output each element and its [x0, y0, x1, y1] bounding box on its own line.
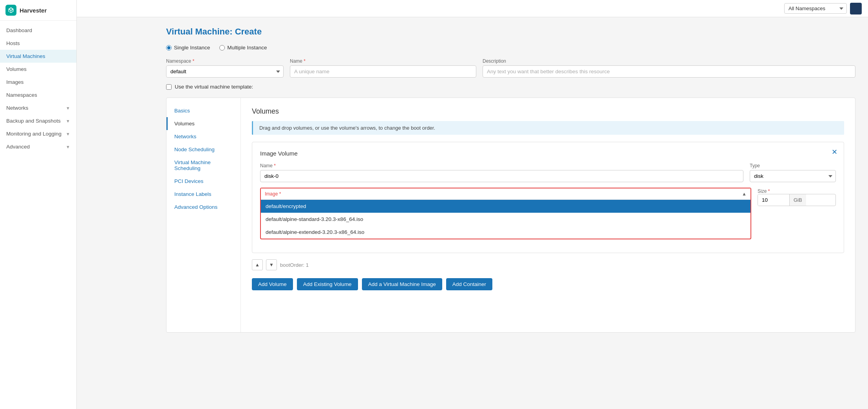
close-volume-button[interactable]: ✕: [832, 148, 837, 156]
content-area: Basics Volumes Networks Node Scheduling …: [166, 98, 855, 333]
action-buttons: Add Volume Add Existing Volume Add a Vir…: [252, 278, 844, 290]
size-label: Size *: [758, 188, 770, 194]
image-option-alpine-standard[interactable]: default/alpine-standard-3.20.3-x86_64.is…: [261, 213, 750, 226]
image-size-row: Image * ▲ default/encrypted default/alpi…: [260, 188, 836, 245]
vol-name-field: Name *: [260, 163, 743, 182]
boot-order-row: ▲ ▼ bootOrder: 1: [252, 259, 844, 270]
template-label: Use the virtual machine template:: [175, 84, 253, 90]
main-content: Virtual Machine: Create Single Instance …: [154, 17, 868, 409]
multiple-instance-label: Multiple Instance: [227, 45, 267, 51]
sidebar-item-label: Networks: [6, 105, 28, 111]
nav-item-instance-labels[interactable]: Instance Labels: [166, 188, 241, 201]
add-volume-button[interactable]: Add Volume: [252, 278, 293, 290]
image-req-label: Image *: [265, 191, 281, 197]
vol-name-type-row: Name * Type disk cd-rom: [260, 163, 836, 182]
template-checkbox[interactable]: [166, 84, 172, 90]
namespace-field: Namespace * default: [166, 58, 284, 78]
info-banner: Drag and drop volumes, or use the volume…: [252, 121, 844, 135]
vol-name-label: Name *: [260, 163, 743, 168]
name-field: Name *: [290, 58, 476, 78]
vol-type-select-wrapper: disk cd-rom: [750, 170, 836, 182]
nav-item-basics[interactable]: Basics: [166, 104, 241, 117]
sidebar-item-virtual-machines[interactable]: Virtual Machines: [0, 50, 76, 63]
sidebar-item-label: Namespaces: [6, 92, 37, 98]
sidebar-item-label: Advanced: [6, 144, 30, 150]
volume-card-title: Image Volume: [260, 150, 836, 157]
add-vm-image-button[interactable]: Add a Virtual Machine Image: [362, 278, 442, 290]
single-instance-radio[interactable]: Single Instance: [166, 45, 210, 51]
sidebar-item-label: Backup and Snapshots: [6, 118, 61, 124]
sidebar-item-networks[interactable]: Networks ▼: [0, 101, 76, 114]
description-input[interactable]: [483, 65, 855, 78]
size-input-wrapper: GiB: [758, 194, 836, 206]
add-existing-volume-button[interactable]: Add Existing Volume: [297, 278, 358, 290]
single-instance-input[interactable]: [166, 45, 172, 51]
namespace-select[interactable]: default: [166, 65, 284, 78]
namespace-selector[interactable]: All Namespaces default kube-system: [784, 3, 847, 14]
image-dropdown-wrapper: Image * ▲ default/encrypted default/alpi…: [260, 188, 751, 239]
chevron-up-icon: ▲: [742, 191, 747, 197]
sidebar-item-label: Monitoring and Logging: [6, 131, 61, 137]
page-title-prefix: Virtual Machine:: [166, 27, 233, 36]
single-instance-label: Single Instance: [174, 45, 210, 51]
size-field-container: Size * GiB: [758, 188, 836, 206]
sidebar-item-dashboard[interactable]: Dashboard: [0, 24, 76, 37]
vol-name-input[interactable]: [260, 170, 743, 182]
sidebar-item-images[interactable]: Images: [0, 76, 76, 89]
boot-order-up-button[interactable]: ▲: [252, 259, 263, 270]
nav-item-networks[interactable]: Networks: [166, 130, 241, 143]
sidebar-item-label: Hosts: [6, 40, 20, 46]
multiple-instance-input[interactable]: [219, 45, 225, 51]
nav-item-vm-scheduling[interactable]: Virtual Machine Scheduling: [166, 156, 241, 175]
sidebar-header: Harvester: [0, 0, 76, 21]
user-avatar[interactable]: [850, 3, 862, 14]
content-panel: Volumes Drag and drop volumes, or use th…: [241, 98, 855, 332]
vol-type-select[interactable]: disk cd-rom: [750, 170, 836, 182]
image-option-encrypted[interactable]: default/encrypted: [261, 200, 750, 213]
sidebar-item-monitoring-and-logging[interactable]: Monitoring and Logging ▼: [0, 127, 76, 140]
name-label: Name *: [290, 58, 476, 64]
volume-card: Image Volume ✕ Name * Type disk: [252, 142, 844, 253]
image-dropdown-header[interactable]: Image * ▲: [261, 188, 750, 199]
description-field: Description: [483, 58, 855, 78]
size-input[interactable]: [758, 194, 789, 206]
page-title-action: Create: [235, 27, 262, 36]
logo-icon: [7, 7, 14, 14]
vol-type-field: Type disk cd-rom: [750, 163, 836, 182]
vol-type-label: Type: [750, 163, 836, 168]
nav-item-node-scheduling[interactable]: Node Scheduling: [166, 143, 241, 156]
boot-order-down-button[interactable]: ▼: [266, 259, 277, 270]
instance-type-row: Single Instance Multiple Instance: [166, 45, 855, 51]
sidebar-item-label: Virtual Machines: [6, 53, 45, 59]
sidebar-item-namespaces[interactable]: Namespaces: [0, 89, 76, 101]
nav-item-volumes[interactable]: Volumes: [166, 117, 241, 130]
page-title: Virtual Machine: Create: [166, 27, 855, 37]
size-unit-label: GiB: [789, 194, 806, 206]
sidebar-item-label: Volumes: [6, 66, 27, 72]
sidebar-item-backup-and-snapshots[interactable]: Backup and Snapshots ▼: [0, 114, 76, 127]
description-label: Description: [483, 58, 855, 64]
chevron-down-icon: ▼: [66, 132, 70, 136]
namespace-select-wrapper: default: [166, 65, 284, 78]
sidebar-item-volumes[interactable]: Volumes: [0, 63, 76, 76]
app-logo: [5, 5, 16, 16]
image-option-alpine-extended[interactable]: default/alpine-extended-3.20.3-x86_64.is…: [261, 226, 750, 239]
nav-item-pci-devices[interactable]: PCI Devices: [166, 175, 241, 188]
image-dropdown-list: default/encrypted default/alpine-standar…: [261, 199, 750, 239]
topbar: All Namespaces default kube-system: [77, 0, 868, 17]
name-input[interactable]: [290, 65, 476, 78]
template-row: Use the virtual machine template:: [166, 84, 855, 90]
namespace-label: Namespace *: [166, 58, 284, 64]
sidebar-item-advanced[interactable]: Advanced ▼: [0, 140, 76, 153]
sidebar-item-label: Images: [6, 79, 24, 85]
multiple-instance-radio[interactable]: Multiple Instance: [219, 45, 267, 51]
chevron-down-icon: ▼: [66, 145, 70, 149]
sidebar: Harvester Dashboard Hosts Virtual Machin…: [0, 0, 77, 409]
image-dropdown-container: Image * ▲ default/encrypted default/alpi…: [260, 188, 751, 245]
nav-item-advanced-options[interactable]: Advanced Options: [166, 201, 241, 214]
sidebar-item-hosts[interactable]: Hosts: [0, 37, 76, 50]
chevron-down-icon: ▼: [66, 106, 70, 110]
add-container-button[interactable]: Add Container: [446, 278, 492, 290]
boot-order-text: bootOrder: 1: [280, 262, 309, 268]
app-title: Harvester: [20, 7, 47, 14]
